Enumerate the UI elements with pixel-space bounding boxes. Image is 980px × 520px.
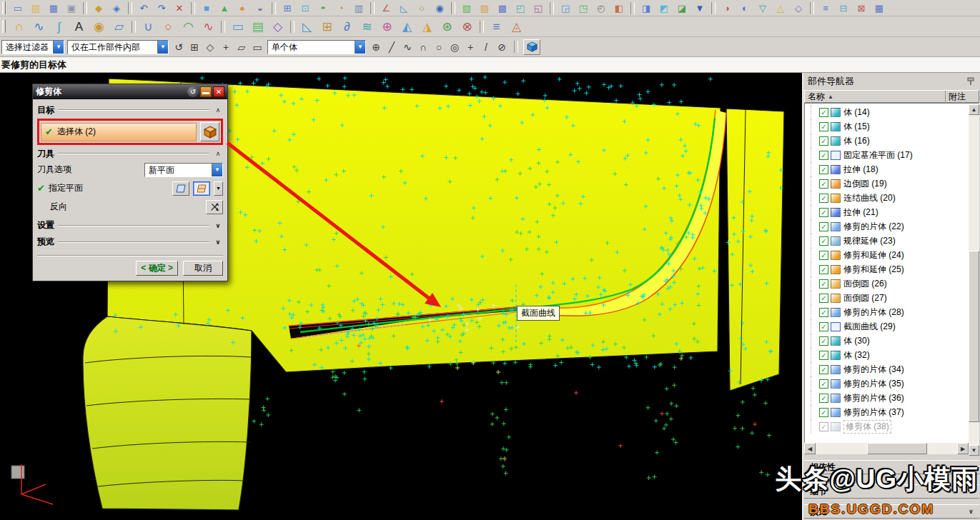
visibility-checkbox[interactable]: ✓: [819, 308, 828, 317]
visibility-checkbox[interactable]: ✓: [819, 294, 828, 303]
toolbar-icon[interactable]: ▨: [476, 1, 493, 15]
toolbar-icon[interactable]: ⊞: [317, 18, 337, 36]
chevron-down-icon[interactable]: ▼: [157, 41, 168, 54]
toolbar-grip[interactable]: [2, 20, 6, 33]
toolbar-grip[interactable]: [2, 1, 6, 14]
selection-tool-icon[interactable]: ◇: [203, 40, 217, 54]
toolbar-icon[interactable]: ◓: [315, 1, 332, 15]
tree-item[interactable]: ✓体 (15): [806, 119, 968, 134]
ok-button[interactable]: < 确定 >: [136, 261, 178, 276]
toolbar-icon[interactable]: ⊛: [437, 18, 457, 36]
snap-point-icon[interactable]: /: [479, 40, 493, 54]
visibility-checkbox[interactable]: ✓: [819, 208, 828, 217]
toolbar-icon[interactable]: ◇: [268, 18, 287, 36]
snap-point-icon[interactable]: ○: [432, 40, 446, 54]
vscroll-thumb[interactable]: [969, 251, 979, 422]
toolbar-icon[interactable]: ◠: [179, 18, 198, 36]
visibility-checkbox[interactable]: ✓: [819, 222, 828, 231]
toolbar-icon[interactable]: ◧: [610, 1, 628, 15]
vertical-scrollbar[interactable]: ▲ ▼: [969, 104, 979, 456]
toolbar-icon[interactable]: ●: [234, 1, 251, 15]
tree-item[interactable]: ✓修剪的片体 (34): [806, 362, 968, 376]
tree-item[interactable]: ✓拉伸 (18): [806, 162, 968, 176]
toolbar-icon[interactable]: ∫: [49, 18, 69, 36]
toolbar-icon[interactable]: ⊗: [457, 18, 477, 36]
toolbar-icon[interactable]: △: [772, 1, 789, 15]
selection-tool-icon[interactable]: +: [219, 40, 233, 54]
toolbar-icon[interactable]: ∿: [199, 18, 218, 36]
vscroll-track[interactable]: [969, 115, 979, 445]
dialog-reset-button[interactable]: ↺: [187, 86, 199, 97]
tree-item[interactable]: ✓体 (32): [806, 348, 968, 362]
toolbar-icon[interactable]: ≡: [487, 18, 506, 36]
selection-scope-combo[interactable]: 仅在工作部件内部 ▼: [67, 40, 169, 54]
toolbar-icon[interactable]: ▽: [754, 1, 771, 15]
chevron-down-icon[interactable]: ▼: [355, 41, 365, 54]
toolbar-icon[interactable]: ▦: [45, 1, 62, 15]
toolbar-icon[interactable]: ◰: [512, 1, 529, 15]
visibility-checkbox[interactable]: ✓: [819, 408, 828, 417]
toolbar-icon[interactable]: ◉: [431, 1, 448, 15]
visibility-checkbox[interactable]: ✓: [819, 236, 828, 246]
toolbar-icon[interactable]: ↶: [135, 1, 152, 15]
toolbar-icon[interactable]: ⊕: [377, 18, 397, 36]
toolbar-icon[interactable]: ◉: [89, 18, 109, 36]
sort-ascending-icon[interactable]: ▲: [828, 94, 833, 100]
tree-item[interactable]: ✓修剪和延伸 (25): [806, 262, 968, 276]
plane-dialog-button[interactable]: [172, 181, 189, 196]
snap-point-icon[interactable]: ∿: [400, 40, 415, 54]
tree-item[interactable]: ✓固定基准平面 (17): [806, 148, 968, 162]
toolbar-icon[interactable]: ⊠: [853, 1, 870, 15]
tree-item[interactable]: ✓面倒圆 (26): [806, 276, 968, 291]
tree-item[interactable]: ✓修剪的片体 (35): [806, 376, 968, 391]
hscroll-thumb[interactable]: [867, 443, 927, 454]
toolbar-icon[interactable]: ▩: [494, 1, 511, 15]
toolbar-icon[interactable]: ◆: [90, 1, 107, 15]
dialog-close-button[interactable]: ✕: [213, 86, 224, 97]
visibility-checkbox[interactable]: ✓: [819, 136, 828, 146]
visibility-checkbox[interactable]: ✓: [819, 265, 828, 274]
select-body-button[interactable]: [200, 122, 219, 141]
toolbar-icon[interactable]: ○: [159, 18, 178, 36]
toolbar-icon[interactable]: ◩: [655, 1, 673, 15]
visibility-checkbox[interactable]: ✓: [819, 379, 828, 389]
toolbar-icon[interactable]: ■: [198, 1, 215, 15]
toolbar-icon[interactable]: ∩: [9, 18, 29, 36]
visibility-checkbox[interactable]: ✓: [819, 365, 828, 374]
toolbar-icon[interactable]: ⊟: [835, 1, 852, 15]
selection-tool-icon[interactable]: ▭: [250, 40, 264, 54]
toolbar-icon[interactable]: ◳: [575, 1, 592, 15]
visibility-checkbox[interactable]: ✓: [819, 108, 828, 117]
toolbar-icon[interactable]: ⊡: [297, 1, 314, 15]
visibility-checkbox[interactable]: ✓: [819, 336, 828, 346]
toolbar-icon[interactable]: ▦: [871, 1, 888, 15]
snap-point-icon[interactable]: ╱: [385, 40, 399, 54]
tree-item[interactable]: ✓体 (16): [806, 134, 968, 148]
tree-item[interactable]: ✓体 (30): [806, 334, 968, 348]
tree-item[interactable]: ✓修剪的片体 (22): [806, 219, 968, 234]
toolbar-icon[interactable]: ◇: [790, 1, 807, 15]
column-note[interactable]: 附注: [945, 91, 966, 103]
visibility-checkbox[interactable]: ✓: [819, 179, 828, 189]
tree-item[interactable]: ✓修剪的片体 (37): [806, 405, 968, 419]
toolbar-icon[interactable]: ✕: [171, 1, 188, 15]
tree-item[interactable]: ✓修剪的片体 (36): [806, 391, 968, 405]
toolbar-icon[interactable]: ▲: [216, 1, 233, 15]
toolbar-icon[interactable]: ⊞: [279, 1, 296, 15]
cancel-button[interactable]: 取消: [183, 261, 223, 276]
selection-filter-combo[interactable]: 选择过滤器 ▼: [1, 40, 64, 54]
toolbar-icon[interactable]: ◺: [297, 18, 317, 36]
selection-type-combo[interactable]: 单个体 ▼: [267, 40, 366, 54]
selection-tool-icon[interactable]: ⊞: [187, 40, 202, 54]
chevron-down-icon[interactable]: ▼: [53, 41, 64, 54]
toolbar-icon[interactable]: ∿: [29, 18, 49, 36]
tree-item[interactable]: ✓体 (14): [806, 105, 968, 119]
dialog-title-bar[interactable]: 修剪体 ↺ ▬ ✕: [33, 84, 227, 99]
hscroll-track[interactable]: [816, 443, 957, 454]
visibility-checkbox[interactable]: ✓: [819, 322, 828, 331]
toolbar-icon[interactable]: ◨: [638, 1, 655, 15]
tree-item[interactable]: ✓修剪的片体 (28): [806, 305, 968, 319]
toolbar-icon[interactable]: ∂: [337, 18, 357, 36]
visibility-checkbox[interactable]: ✓: [819, 251, 828, 260]
snap-point-icon[interactable]: ∩: [416, 40, 430, 54]
